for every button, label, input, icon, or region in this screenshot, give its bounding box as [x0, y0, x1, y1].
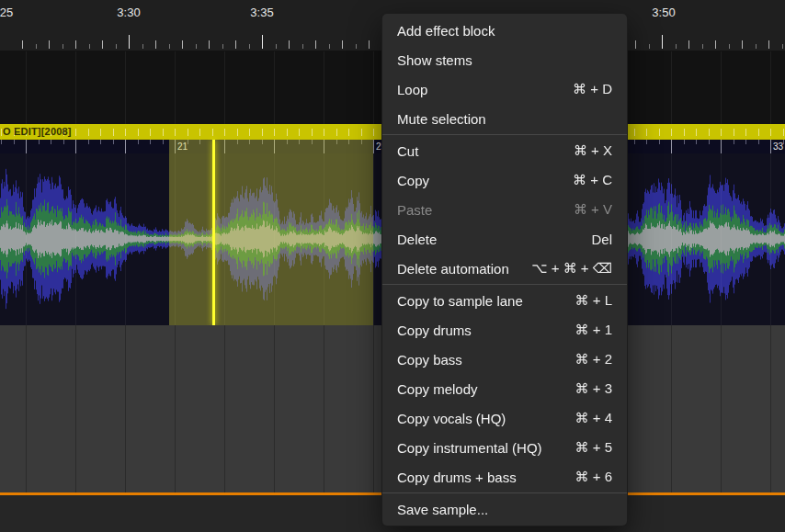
ruler-subtick — [63, 44, 63, 49]
beat-tick — [684, 129, 685, 136]
beat-tick — [770, 129, 771, 136]
menu-item-save-sample[interactable]: Save sample... — [382, 494, 627, 524]
menu-item-shortcut: ⌘ + 5 — [575, 439, 612, 456]
beat-tick — [249, 129, 250, 136]
bar-gridline — [770, 325, 771, 492]
beat-tick — [212, 129, 213, 136]
ruler-subtick — [729, 44, 730, 49]
ruler-tick — [715, 40, 716, 49]
menu-item-shortcut: ⌘ + 3 — [575, 380, 612, 397]
ruler-tick — [129, 35, 130, 49]
menu-item-copy-vocals-hq[interactable]: Copy vocals (HQ)⌘ + 4 — [382, 403, 627, 433]
menu-item-label: Delete automation — [397, 261, 509, 277]
playhead-cursor[interactable] — [212, 140, 215, 325]
beat-tick — [63, 140, 64, 144]
selection-region[interactable] — [169, 140, 373, 325]
beat-tick — [745, 129, 746, 136]
menu-item-copy[interactable]: Copy⌘ + C — [382, 165, 627, 195]
beat-tick — [51, 140, 51, 144]
beat-tick — [138, 129, 139, 136]
ruler-tick — [369, 40, 370, 49]
beat-tick — [113, 140, 114, 144]
menu-item-label: Copy instrumental (HQ) — [397, 440, 542, 456]
menu-item-delete[interactable]: DeleteDel — [382, 224, 627, 254]
ruler-tick — [289, 40, 290, 49]
bar-gridline — [75, 325, 76, 492]
menu-item-label: Copy vocals (HQ) — [397, 411, 506, 426]
beat-tick — [721, 129, 722, 136]
menu-item-label: Save sample... — [397, 502, 488, 517]
beat-tick — [274, 129, 275, 136]
menu-item-label: Add effect block — [397, 23, 495, 39]
menu-item-copy-drums[interactable]: Copy drums⌘ + 1 — [382, 315, 627, 345]
menu-item-paste[interactable]: Paste⌘ + V — [382, 195, 627, 224]
bar-gridline — [26, 51, 27, 124]
beat-tick — [734, 129, 734, 136]
menu-item-shortcut: ⌘ + C — [573, 172, 612, 188]
beat-tick — [336, 129, 337, 136]
bar-gridline — [75, 51, 76, 124]
menu-item-copy-bass[interactable]: Copy bass⌘ + 2 — [382, 345, 627, 374]
bar-line — [373, 140, 374, 153]
menu-item-show-stems[interactable]: Show stems — [382, 45, 627, 74]
menu-item-label: Mute selection — [397, 111, 486, 127]
bar-gridline — [125, 325, 126, 492]
ruler-subtick — [356, 44, 357, 49]
bar-gridline — [125, 51, 126, 124]
bar-gridline — [175, 51, 176, 124]
track-title: O EDIT][2008] — [3, 126, 72, 137]
bar-line — [721, 140, 722, 153]
ruler-tick — [49, 40, 50, 49]
ruler-tick — [22, 40, 23, 49]
menu-item-shortcut: ⌘ + D — [573, 81, 612, 97]
ruler-subtick — [676, 44, 677, 49]
audio-editor-window: 253:303:353:50 O EDIT][2008] 212533 Add … — [0, 0, 785, 532]
ruler-tick — [315, 40, 316, 49]
beat-tick — [163, 140, 164, 144]
beat-tick — [758, 129, 759, 136]
beat-tick — [138, 140, 139, 144]
ruler-subtick — [649, 44, 650, 49]
menu-item-copy-instrumental-hq[interactable]: Copy instrumental (HQ)⌘ + 5 — [382, 433, 627, 462]
menu-item-label: Copy melody — [397, 381, 478, 397]
bar-gridline — [324, 51, 324, 124]
beat-tick — [312, 129, 313, 136]
ruler-tick — [342, 40, 343, 49]
beat-tick — [696, 140, 697, 144]
menu-item-cut[interactable]: Cut⌘ + X — [382, 136, 627, 165]
beat-tick — [373, 129, 374, 136]
menu-separator — [382, 284, 627, 285]
ruler-tick — [75, 40, 76, 49]
menu-item-copy-drums-bass[interactable]: Copy drums + bass⌘ + 6 — [382, 462, 627, 492]
menu-item-copy-to-sample-lane[interactable]: Copy to sample lane⌘ + L — [382, 286, 627, 315]
menu-item-shortcut: ⌘ + 6 — [575, 469, 612, 485]
ruler-tick — [688, 40, 689, 49]
ruler-tick — [742, 40, 743, 49]
beat-tick — [14, 140, 15, 144]
time-label: 3:30 — [117, 6, 140, 19]
bar-line — [26, 140, 27, 153]
ruler-tick — [182, 40, 183, 49]
beat-tick — [262, 129, 263, 136]
menu-item-copy-melody[interactable]: Copy melody⌘ + 3 — [382, 374, 627, 403]
beat-tick — [634, 140, 635, 144]
beat-tick — [361, 129, 362, 136]
menu-item-mute-selection[interactable]: Mute selection — [382, 104, 627, 133]
menu-item-add-effect-block[interactable]: Add effect block — [382, 16, 627, 45]
bar-gridline — [373, 51, 374, 124]
beat-tick — [324, 129, 324, 136]
ruler-tick — [662, 35, 663, 49]
menu-item-delete-automation[interactable]: Delete automation⌥ + ⌘ + ⌫ — [382, 254, 627, 283]
beat-tick — [150, 129, 151, 136]
menu-item-shortcut: ⌘ + L — [575, 292, 612, 309]
ruler-subtick — [302, 44, 303, 49]
menu-item-label: Copy — [397, 173, 429, 188]
ruler-tick — [635, 40, 636, 49]
menu-item-loop[interactable]: Loop⌘ + D — [382, 74, 627, 104]
bar-gridline — [671, 325, 672, 492]
beat-tick — [745, 140, 746, 144]
menu-item-label: Show stems — [397, 52, 472, 68]
beat-tick — [659, 140, 660, 144]
bar-gridline — [721, 51, 722, 124]
bar-gridline — [175, 325, 176, 492]
